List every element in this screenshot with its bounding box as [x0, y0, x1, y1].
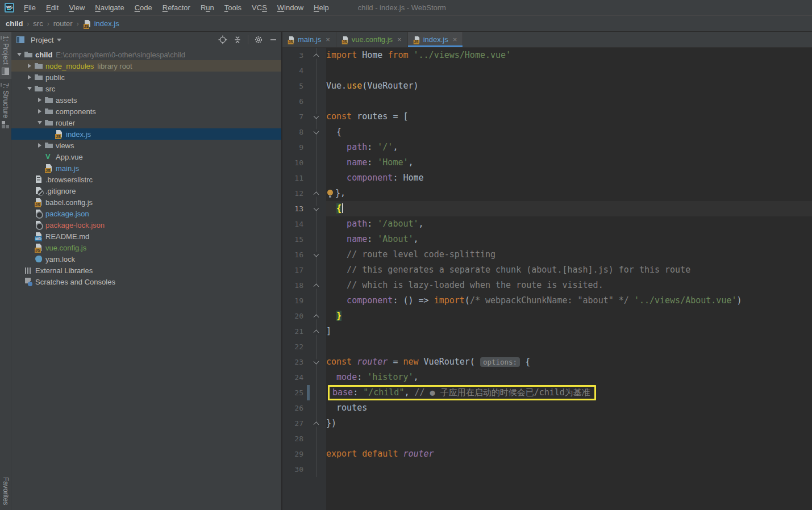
folder-icon	[44, 95, 53, 104]
tree-item-label: README.md	[45, 232, 89, 241]
settings-gear-icon[interactable]	[254, 35, 263, 44]
folder-icon	[34, 84, 43, 93]
fold-marker-icon[interactable]	[314, 329, 319, 335]
tree-item-main-js[interactable]: main.js	[11, 162, 281, 174]
chevron-down-icon[interactable]	[57, 39, 61, 41]
fold-marker-icon[interactable]	[314, 128, 319, 134]
tree-item-scratches-and-consoles[interactable]: Scratches and Consoles	[11, 276, 281, 287]
expanded-arrow-icon[interactable]	[17, 53, 22, 56]
collapsed-arrow-icon[interactable]	[38, 109, 41, 114]
fold-marker-icon[interactable]	[314, 191, 319, 197]
tree-item-assets[interactable]: assets	[11, 94, 281, 106]
line-number: 25	[282, 385, 306, 400]
tree-item-package-lock-json[interactable]: package-lock.json	[11, 219, 281, 231]
tree-item--browserslistrc[interactable]: .browserslistrc	[11, 174, 281, 185]
tree-item-src[interactable]: src	[11, 83, 281, 94]
fold-marker-icon[interactable]	[314, 205, 319, 211]
js-file-icon	[342, 35, 349, 43]
menu-view[interactable]: View	[64, 0, 90, 16]
tree-item-label: babel.config.js	[45, 198, 93, 207]
json-icon	[34, 209, 43, 218]
tree-item-vue-config-js[interactable]: vue.config.js	[11, 242, 281, 253]
fold-marker-icon[interactable]	[314, 53, 319, 59]
tab-index-js[interactable]: index.js×	[408, 32, 464, 47]
project-panel-title[interactable]: Project	[31, 36, 53, 44]
tree-item-public[interactable]: public	[11, 72, 281, 83]
close-tab-icon[interactable]: ×	[453, 36, 457, 43]
menu-edit[interactable]: Edit	[41, 0, 64, 16]
tool-button-7-structure[interactable]: 7: Structure	[0, 79, 11, 132]
code-line-24: 24 mode: 'history',	[282, 370, 812, 385]
menu-window[interactable]: Window	[272, 0, 309, 16]
line-number: 13	[282, 201, 306, 216]
collapsed-arrow-icon[interactable]	[28, 64, 31, 68]
hide-panel-icon[interactable]	[269, 35, 278, 44]
highlighted-code-box: base: "/child", // ● 子应用在启动的时候会已/child为基…	[328, 385, 596, 400]
tree-item-child[interactable]: childE:\companyItem\0-other\singlespa\ch…	[11, 49, 281, 60]
tool-button-1-project[interactable]: 1: Project	[0, 32, 11, 79]
tree-item-views[interactable]: views	[11, 140, 281, 151]
structure-tool-icon	[2, 121, 9, 128]
close-tab-icon[interactable]: ×	[397, 36, 402, 43]
tool-button-favorites[interactable]: Favorites	[0, 473, 11, 509]
menu-tools[interactable]: Tools	[219, 0, 247, 16]
menu-refactor[interactable]: Refactor	[157, 0, 195, 16]
line-number: 3	[282, 48, 306, 63]
breadcrumb-item-src[interactable]: src	[33, 19, 43, 28]
collapsed-arrow-icon[interactable]	[38, 98, 41, 102]
code-line-10: 10 name: 'Home',	[282, 155, 812, 170]
expanded-arrow-icon[interactable]	[27, 87, 32, 90]
line-number: 30	[282, 462, 306, 477]
menu-vcs[interactable]: VCS	[247, 0, 272, 16]
expanded-arrow-icon[interactable]	[38, 121, 42, 124]
collapsed-arrow-icon[interactable]	[38, 143, 41, 148]
tree-item-external-libraries[interactable]: External Libraries	[11, 265, 281, 276]
tree-item-node-modules[interactable]: node_moduleslibrary root	[11, 60, 281, 72]
code-editor[interactable]: 3import Home from '../views/Home.vue'45V…	[282, 48, 812, 510]
code-line-4: 4	[282, 63, 812, 78]
tree-item-app-vue[interactable]: App.vue	[11, 151, 281, 162]
fold-marker-icon[interactable]	[314, 251, 319, 257]
fold-marker-icon[interactable]	[314, 421, 319, 427]
breadcrumb-item-indexjs[interactable]: index.js	[83, 19, 119, 28]
fold-marker-icon[interactable]	[314, 113, 319, 119]
project-tool-icon	[2, 68, 9, 75]
tree-item-readme-md[interactable]: README.md	[11, 231, 281, 242]
intention-lightbulb-icon[interactable]	[326, 187, 335, 197]
breadcrumb-item-router[interactable]: router	[53, 19, 73, 28]
code-line-28: 28	[282, 431, 812, 446]
code-line-19: 19 component: () => import(/* webpackChu…	[282, 293, 812, 308]
project-tree: childE:\companyItem\0-other\singlespa\ch…	[11, 48, 281, 510]
tree-item-yarn-lock[interactable]: yarn.lock	[11, 253, 281, 265]
text-caret	[342, 203, 343, 213]
menu-file[interactable]: File	[19, 0, 41, 16]
breadcrumb-item-child[interactable]: child	[6, 19, 23, 28]
fold-marker-icon[interactable]	[314, 283, 319, 289]
menu-run[interactable]: Run	[195, 0, 219, 16]
fold-marker-icon[interactable]	[314, 314, 319, 320]
vcs-change-marker[interactable]	[307, 385, 310, 400]
menu-help[interactable]: Help	[309, 0, 334, 16]
tree-item-index-js[interactable]: index.js	[11, 128, 281, 140]
collapsed-arrow-icon[interactable]	[28, 75, 31, 80]
folder-icon	[44, 118, 53, 127]
js-icon	[55, 129, 64, 139]
locate-icon[interactable]	[218, 35, 227, 44]
line-number: 11	[282, 170, 306, 186]
line-number: 21	[282, 324, 306, 339]
collapse-all-icon[interactable]	[233, 35, 242, 44]
line-number: 7	[282, 109, 306, 124]
tree-item-babel-config-js[interactable]: babel.config.js	[11, 197, 281, 208]
tree-item-router[interactable]: router	[11, 117, 281, 128]
fold-marker-icon[interactable]	[314, 358, 319, 364]
tab-vue-config-js[interactable]: vue.config.js×	[336, 32, 408, 47]
tree-item-package-json[interactable]: package.json	[11, 208, 281, 219]
menu-navigate[interactable]: Navigate	[90, 0, 129, 16]
tab-main-js[interactable]: main.js×	[282, 32, 336, 47]
tree-item-components[interactable]: components	[11, 106, 281, 117]
line-number: 14	[282, 216, 306, 232]
tree-item--gitignore[interactable]: .gitignore	[11, 185, 281, 197]
yarn-icon	[34, 254, 43, 264]
menu-code[interactable]: Code	[130, 0, 157, 16]
close-tab-icon[interactable]: ×	[326, 36, 330, 43]
